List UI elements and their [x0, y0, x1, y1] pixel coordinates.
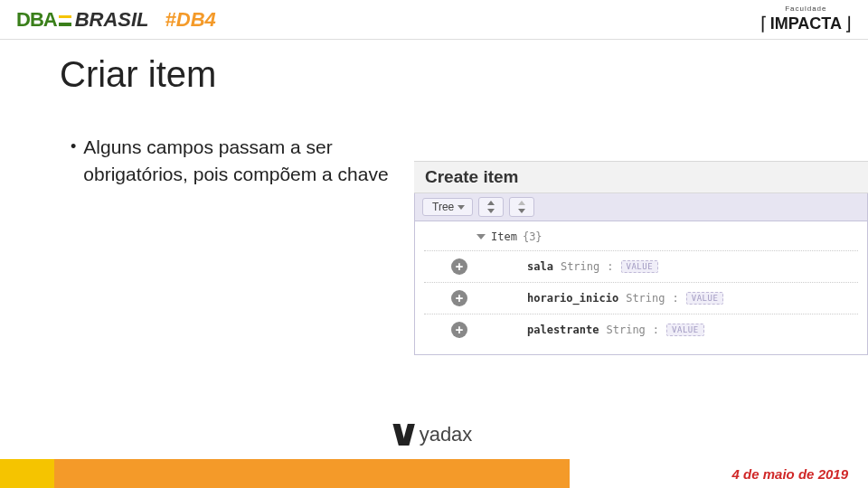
create-item-panel: Create item Tree Item {3} + sala String …: [414, 161, 868, 355]
brasil-text: BRASIL: [75, 8, 149, 32]
panel-header: Create item: [414, 161, 868, 193]
tree-root-count: {3}: [523, 230, 542, 243]
yadax-name: yadax: [420, 423, 473, 446]
impacta-name: IMPACTA: [770, 14, 842, 33]
caret-down-icon: [458, 205, 465, 210]
field-value-input[interactable]: VALUE: [686, 292, 724, 305]
dba-brasil-logo: DBA BRASIL: [16, 8, 149, 32]
field-colon: :: [673, 292, 679, 305]
field-type: String: [561, 260, 599, 273]
bracket-right-icon: ⌋: [844, 13, 852, 34]
bullet-marker-icon: •: [71, 134, 76, 159]
field-colon: :: [653, 324, 659, 336]
impacta-top-text: Faculdade: [785, 5, 826, 13]
expand-caret-icon: [476, 234, 486, 239]
tree-area: Item {3} + sala String : VALUE + horario…: [414, 221, 868, 355]
yadax-mark-icon: [396, 424, 412, 446]
add-field-button[interactable]: +: [451, 322, 467, 338]
field-type: String: [606, 324, 645, 336]
tree-root-row[interactable]: Item {3}: [424, 227, 858, 250]
tree-field-row: + sala String : VALUE: [424, 250, 858, 282]
field-value-input[interactable]: VALUE: [666, 324, 704, 336]
field-colon: :: [607, 260, 613, 273]
footer-stripe-orange: [54, 459, 570, 488]
yadax-logo: yadax: [396, 423, 473, 446]
bullet-text: Alguns campos passam a ser obrigatórios,…: [83, 134, 396, 188]
field-name: palestrante: [527, 324, 599, 336]
field-type: String: [626, 292, 665, 305]
field-name: sala: [527, 260, 553, 273]
tree-field-row: + palestrante String : VALUE: [424, 314, 858, 345]
footer-date: 4 de maio de 2019: [732, 466, 848, 482]
tree-field-row: + horario_inicio String : VALUE: [424, 282, 858, 314]
slide-title: Criar item: [60, 54, 216, 95]
impacta-logo: Faculdade ⌈ IMPACTA ⌋: [760, 5, 852, 34]
sort-button-1[interactable]: [478, 197, 504, 217]
dba-text: DBA: [16, 8, 57, 32]
sort-arrows-icon: [485, 201, 497, 213]
tree-dropdown-button[interactable]: Tree: [422, 198, 473, 216]
bullet-item: • Alguns campos passam a ser obrigatório…: [71, 134, 396, 188]
slide-header: DBA BRASIL #DB4 Faculdade ⌈ IMPACTA ⌋: [0, 0, 868, 40]
brazil-flag-icon: [59, 15, 71, 26]
panel-toolbar: Tree: [414, 193, 868, 221]
impacta-name-row: ⌈ IMPACTA ⌋: [760, 13, 852, 34]
sort-arrows-icon: [515, 201, 528, 213]
add-field-button[interactable]: +: [451, 290, 467, 306]
header-left-logos: DBA BRASIL #DB4: [16, 8, 216, 32]
add-field-button[interactable]: +: [451, 258, 467, 275]
bracket-left-icon: ⌈: [760, 13, 768, 34]
footer-stripe-yellow: [0, 459, 54, 488]
field-value-input[interactable]: VALUE: [621, 260, 659, 273]
tree-dropdown-label: Tree: [432, 201, 454, 213]
tree-root-label: Item: [491, 230, 517, 243]
field-name: horario_inicio: [527, 292, 618, 305]
panel-title: Create item: [425, 167, 519, 186]
slide: DBA BRASIL #DB4 Faculdade ⌈ IMPACTA ⌋ Cr…: [0, 0, 868, 488]
db4-hashtag: #DB4: [165, 8, 216, 32]
sort-button-2[interactable]: [509, 197, 534, 217]
